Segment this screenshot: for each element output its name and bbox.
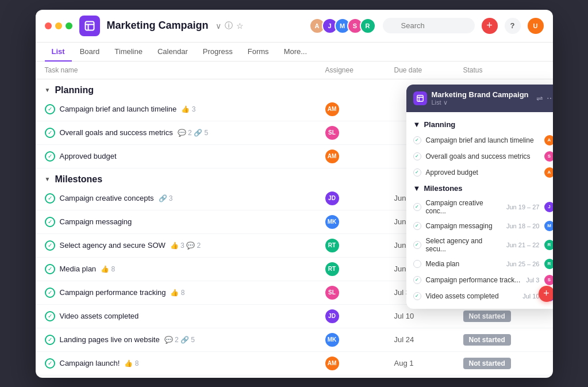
assignee-avatar: JD — [325, 309, 339, 323]
panel-planning-toggle[interactable]: ▼ — [413, 120, 421, 129]
app-window: Marketing Campaign ∨ ⓘ ☆ A J M S R 🔍 + ?… — [36, 10, 553, 378]
list-item[interactable]: ✓ Approved budget A — [406, 164, 553, 181]
info-icon[interactable]: ⓘ — [225, 21, 233, 31]
panel-avatar: A — [544, 135, 553, 145]
assignee-avatar: MK — [325, 333, 339, 347]
check-icon[interactable]: ✓ — [45, 240, 55, 251]
tab-progress[interactable]: Progress — [196, 43, 240, 62]
tab-more[interactable]: More... — [277, 43, 314, 62]
task-name: Campaign performance tracking — [60, 288, 166, 297]
status-badge: Not started — [463, 311, 511, 322]
user-avatar[interactable]: U — [528, 18, 544, 34]
task-name: Media plan — [60, 265, 97, 273]
panel-title: Marketing Brand Campaign List ∨ — [432, 90, 532, 106]
panel-planning-header: ▼ Planning — [406, 117, 553, 132]
status-badge: Not started — [463, 358, 511, 369]
panel-avatar: A — [544, 167, 553, 178]
list-item[interactable]: ✓ Campaign performance track... Jul 3 S — [406, 272, 553, 288]
search-input[interactable] — [383, 18, 475, 33]
planning-toggle[interactable]: ▼ — [45, 87, 51, 93]
maximize-control[interactable] — [66, 22, 72, 29]
task-name-cell: ✓ Media plan 👍 8 — [45, 264, 325, 274]
check-icon[interactable]: ✓ — [45, 104, 55, 114]
tab-calendar[interactable]: Calendar — [151, 43, 195, 62]
tab-board[interactable]: Board — [73, 43, 107, 62]
panel-avatar: J — [544, 202, 553, 212]
panel-avatar: S — [544, 151, 553, 162]
dropdown-icon[interactable]: ∨ — [216, 21, 221, 30]
due-date: Jul 24 — [394, 335, 463, 344]
table-header: Task name Assignee Due date Status — [36, 62, 553, 79]
task-meta: 👍 3 — [181, 105, 195, 113]
assignee-cell: MK — [325, 333, 394, 347]
search-wrap: 🔍 — [383, 18, 475, 33]
add-button[interactable]: + — [482, 18, 498, 34]
task-name: Overall goals and success metrics — [60, 128, 173, 137]
task-name: Campaign brief and launch timeline — [60, 105, 177, 113]
col-due-date: Due date — [394, 66, 463, 74]
task-name-cell: ✓ Campaign creative concepts 🔗 3 — [45, 193, 325, 204]
check-icon[interactable]: ✓ — [45, 193, 55, 204]
panel-actions: ⇌ ⋯ — [536, 94, 553, 103]
panel-title-text: Marketing Brand Campaign — [432, 90, 532, 99]
check-icon[interactable]: ✓ — [45, 358, 55, 369]
list-item[interactable]: ✓ Campaign brief and launch timeline A — [406, 132, 553, 148]
tab-list[interactable]: List — [45, 43, 72, 62]
panel-check-icon: ✓ — [413, 292, 421, 300]
check-icon[interactable]: ✓ — [45, 217, 55, 227]
table-row[interactable]: ✓ Landing pages live on website 💬 2 🔗 5 … — [36, 328, 553, 352]
task-meta: 💬 2 🔗 5 — [178, 129, 208, 137]
task-meta: 👍 8 — [170, 289, 185, 297]
panel-more-icon[interactable]: ⋯ — [547, 94, 553, 103]
title-bar: Marketing Campaign ∨ ⓘ ☆ A J M S R 🔍 + ?… — [36, 10, 553, 43]
avatar-5[interactable]: R — [360, 18, 376, 34]
assignee-avatar: SL — [325, 126, 339, 140]
assignee-avatar: AM — [325, 102, 339, 116]
list-item[interactable]: ✓ Campaign creative conc... Jun 19 – 27 … — [406, 196, 553, 218]
panel-add-button[interactable]: + — [539, 286, 553, 302]
task-name-cell: ✓ Campaign performance tracking 👍 8 — [45, 288, 325, 298]
list-item[interactable]: Media plan Jun 25 – 26 R — [406, 256, 553, 272]
help-button[interactable]: ? — [505, 18, 521, 34]
panel-content: ▼ Planning ✓ Campaign brief and launch t… — [406, 112, 553, 309]
task-name: Select agency and secure SOW — [60, 241, 166, 250]
nav-tabs: List Board Timeline Calendar Progress Fo… — [36, 43, 553, 62]
panel-filter-icon[interactable]: ⇌ — [536, 94, 543, 103]
list-item[interactable]: ✓ Campaign messaging Jun 18 – 20 M — [406, 218, 553, 234]
col-status: Status — [463, 66, 544, 74]
check-icon[interactable]: ✓ — [45, 151, 55, 162]
table-row[interactable]: ✓ Campaign launch! 👍 8 AM Aug 1 Not star… — [36, 352, 553, 375]
panel-subtitle: List ∨ — [432, 99, 532, 106]
status-badge: Not started — [463, 334, 511, 346]
panel-planning-label: Planning — [424, 120, 455, 129]
panel-task-name: Overall goals and success metrics — [426, 152, 540, 160]
assignee-cell: AM — [325, 102, 394, 116]
star-icon[interactable]: ☆ — [236, 21, 244, 30]
panel-icon — [413, 91, 427, 105]
status-cell: Not started — [463, 334, 544, 346]
task-meta: 🔗 3 — [159, 194, 173, 202]
check-icon[interactable]: ✓ — [45, 264, 55, 274]
list-item[interactable]: ✓ Video assets completed Jul 10 J — [406, 288, 553, 304]
check-icon[interactable]: ✓ — [45, 288, 55, 298]
check-icon[interactable]: ✓ — [45, 311, 55, 321]
milestones-toggle[interactable]: ▼ — [45, 176, 51, 182]
tab-timeline[interactable]: Timeline — [107, 43, 149, 62]
panel-milestones-toggle[interactable]: ▼ — [413, 184, 421, 193]
panel-task-date: Jun 19 – 27 — [506, 204, 540, 210]
project-title: Marketing Campaign — [107, 20, 209, 32]
tab-forms[interactable]: Forms — [241, 43, 276, 62]
task-name-cell: ✓ Landing pages live on website 💬 2 🔗 5 — [45, 335, 325, 345]
panel-check-icon: ✓ — [413, 276, 421, 284]
panel-task-name: Media plan — [426, 260, 502, 268]
panel-milestones-header: ▼ Milestones — [406, 181, 553, 196]
list-item[interactable]: ✓ Select agency and secu... Jun 21 – 22 … — [406, 234, 553, 256]
panel-task-name: Campaign creative conc... — [426, 199, 502, 215]
close-control[interactable] — [45, 22, 52, 29]
check-icon[interactable]: ✓ — [45, 335, 55, 345]
minimize-control[interactable] — [55, 22, 62, 29]
due-date: Aug 1 — [394, 359, 463, 367]
list-item[interactable]: ✓ Overall goals and success metrics S — [406, 148, 553, 164]
check-icon[interactable]: ✓ — [45, 128, 55, 138]
task-name: Approved budget — [60, 152, 117, 160]
